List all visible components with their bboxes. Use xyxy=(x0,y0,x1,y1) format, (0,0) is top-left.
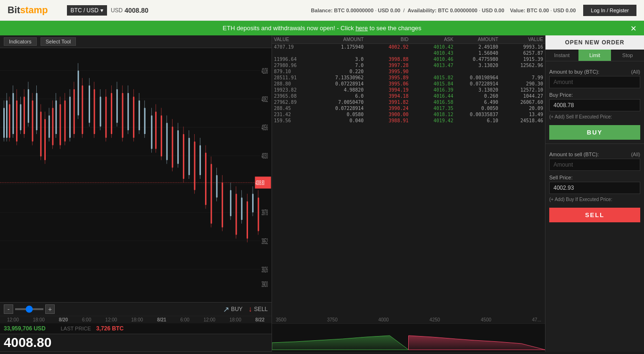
sell-amount-all[interactable]: (All) xyxy=(631,152,640,157)
sell-amount-label-row: Amount to sell (BTC): (All) xyxy=(549,152,640,157)
table-row[interactable]: 27980.967.03997.284013.473.1302012562.96 xyxy=(272,62,545,68)
cell: 0.00198964 xyxy=(454,75,498,80)
zoom-slider[interactable] xyxy=(15,308,43,310)
cell: 0.4775980 xyxy=(454,57,498,62)
cell: 1915.39 xyxy=(498,57,543,62)
sell-arrow-button[interactable]: ↓ SELL xyxy=(248,305,268,314)
select-tool-button[interactable]: Select Tool xyxy=(41,37,76,46)
table-row[interactable]: 288.450.072289143990.244017.350.005020.0… xyxy=(272,105,545,111)
tab-limit[interactable]: Limit xyxy=(578,50,611,61)
tab-stop[interactable]: Stop xyxy=(611,50,644,61)
tab-instant[interactable]: Instant xyxy=(545,50,578,61)
cell xyxy=(319,51,363,56)
sell-amount-input[interactable] xyxy=(549,159,640,171)
cell: 6.490 xyxy=(454,100,498,105)
table-row[interactable]: 19923.824.988203994.194016.393.130201257… xyxy=(272,87,545,93)
pair-selector[interactable]: BTC / USD ▾ xyxy=(67,5,107,16)
table-row[interactable]: 231.420.05803900.004018.120.0033583713.4… xyxy=(272,111,545,118)
banner-close-button[interactable]: ✕ xyxy=(630,24,636,33)
price-4700: 47... xyxy=(532,317,541,322)
table-row[interactable]: 4707.191.1759404002.924010.422.491809993… xyxy=(272,44,545,50)
main-content: Indicators Select Tool 4108 4082 4056 xyxy=(0,35,644,352)
cell: 23965.08 xyxy=(274,93,319,99)
cell: 159.56 xyxy=(274,118,319,123)
cell: 3991.82 xyxy=(363,100,408,105)
zoom-plus-button[interactable]: + xyxy=(45,304,55,314)
cell xyxy=(498,69,543,74)
cell: 3994.18 xyxy=(363,93,408,99)
banner-text: ETH deposits and withdrawals now open! -… xyxy=(223,25,421,32)
buy-arrow-button[interactable]: ↗ BUY xyxy=(223,305,243,314)
cell: 3997.28 xyxy=(363,63,408,68)
date-label: 6:00 xyxy=(180,317,189,322)
table-row[interactable]: 11996.643.03998.884010.460.47759801915.3… xyxy=(272,56,545,62)
announcement-banner: ETH deposits and withdrawals now open! -… xyxy=(0,21,644,35)
cell: 9993.16 xyxy=(498,44,543,50)
cell: 13.49 xyxy=(498,112,543,117)
sell-add-option[interactable]: (+ Add) Buy If Executed Price: xyxy=(549,197,640,202)
login-button[interactable]: Log In / Register xyxy=(583,5,636,16)
buy-price-input[interactable] xyxy=(549,99,640,111)
logo: Bitstamp xyxy=(8,5,48,16)
bottom-price-axis: 3500 3750 4000 4250 4500 47... xyxy=(272,316,545,323)
buy-execute-button[interactable]: BUY xyxy=(549,125,640,140)
table-row[interactable]: 27962.897.00504703991.824016.586.4902606… xyxy=(272,99,545,105)
svg-text:4056: 4056 xyxy=(262,123,268,132)
volume-value: 33,959,706 USD xyxy=(4,325,46,332)
order-tabs: Instant Limit Stop xyxy=(545,50,644,61)
cell xyxy=(408,69,453,74)
cell: 0.07228914 xyxy=(319,106,363,111)
svg-text:4082: 4082 xyxy=(262,95,268,104)
cell: 0.040 xyxy=(319,118,363,123)
cell: 1044.27 xyxy=(498,93,543,99)
date-label: 8/22 xyxy=(256,317,264,322)
buy-amount-input[interactable] xyxy=(549,76,640,88)
balance-label: Balance: xyxy=(311,8,333,13)
table-row[interactable]: 4010.431.560406257.87 xyxy=(272,50,545,56)
sell-price-input[interactable] xyxy=(549,182,640,194)
cell: 3998.88 xyxy=(363,57,408,62)
last-price-label: LAST PRICE xyxy=(61,326,91,331)
cell: 7.0050470 xyxy=(319,100,363,105)
avail-usd-label: USD xyxy=(482,8,493,13)
svg-text:3978: 3978 xyxy=(262,209,268,218)
table-row[interactable]: 159.560.0403988.914019.426.1024518.46 xyxy=(272,118,545,124)
cell: 6.10 xyxy=(454,118,498,123)
buy-amount-all[interactable]: (All) xyxy=(631,69,640,75)
value-label: Value: BTC xyxy=(510,8,537,13)
svg-text:4030: 4030 xyxy=(262,152,268,161)
cell: 27962.89 xyxy=(274,100,319,105)
table-row[interactable]: 879.100.2203995.90 xyxy=(272,68,545,75)
sell-execute-button[interactable]: SELL xyxy=(549,208,640,222)
banner-link[interactable]: here xyxy=(355,25,368,32)
cell: 4016.39 xyxy=(408,87,453,93)
zoom-minus-button[interactable]: - xyxy=(4,304,13,314)
mini-chart xyxy=(272,323,545,352)
cell: 0.220 xyxy=(319,69,363,74)
cell: 3988.91 xyxy=(363,118,408,123)
zoom-controls: - + xyxy=(4,304,55,314)
buy-price-label: Buy Price: xyxy=(549,92,573,98)
cell: 288.45 xyxy=(274,106,319,111)
cell: 3994.19 xyxy=(363,87,408,93)
buy-add-option[interactable]: (+ Add) Sell If Executed Price: xyxy=(549,114,640,119)
cell: 4019.42 xyxy=(408,118,453,123)
cell: 12562.96 xyxy=(498,63,543,68)
cell: 12572.10 xyxy=(498,87,543,93)
buy-label: BUY xyxy=(231,306,243,312)
col-bid: BID xyxy=(363,37,408,42)
cell: 4016.44 xyxy=(408,93,453,99)
cell xyxy=(274,51,319,56)
cell: 6257.87 xyxy=(498,51,543,56)
cell: 4707.19 xyxy=(274,44,319,50)
cell: 6.0 xyxy=(319,93,363,99)
last-price-container: 4008.80 xyxy=(0,334,272,352)
table-row[interactable]: 28511.917.135309623995.894015.820.001989… xyxy=(272,75,545,81)
table-row[interactable]: 288.800.072289143995.064015.840.07228914… xyxy=(272,81,545,87)
avail-btc-label: BTC xyxy=(438,8,449,13)
cell: 3.13020 xyxy=(454,87,498,93)
cell: 3995.89 xyxy=(363,75,408,80)
indicators-button[interactable]: Indicators xyxy=(4,37,37,46)
cell: 1.56040 xyxy=(454,51,498,56)
table-row[interactable]: 23965.086.03994.184016.440.2601044.27 xyxy=(272,93,545,99)
